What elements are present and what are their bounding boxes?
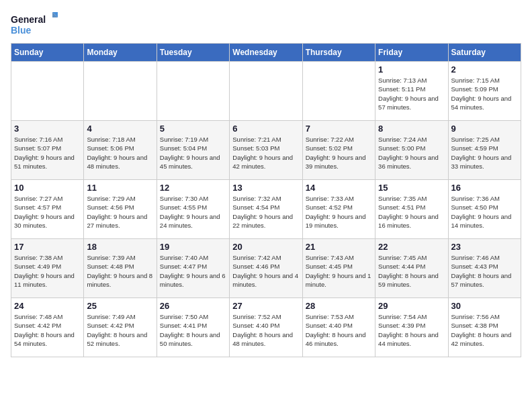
day-cell (11, 62, 84, 121)
day-number: 25 (87, 301, 153, 311)
day-number: 26 (160, 301, 226, 311)
week-row-5: 24Sunrise: 7:48 AM Sunset: 4:42 PM Dayli… (11, 298, 521, 357)
day-info: Sunrise: 7:40 AM Sunset: 4:47 PM Dayligh… (160, 253, 226, 289)
day-info: Sunrise: 7:38 AM Sunset: 4:49 PM Dayligh… (14, 253, 81, 289)
day-number: 9 (451, 124, 518, 134)
day-number: 22 (378, 242, 445, 252)
day-number: 20 (232, 242, 299, 252)
day-cell: 29Sunrise: 7:54 AM Sunset: 4:39 PM Dayli… (375, 298, 448, 357)
page-header: General Blue (11, 11, 521, 38)
day-info: Sunrise: 7:16 AM Sunset: 5:07 PM Dayligh… (14, 135, 81, 171)
day-info: Sunrise: 7:50 AM Sunset: 4:41 PM Dayligh… (160, 312, 226, 348)
week-row-1: 1Sunrise: 7:13 AM Sunset: 5:11 PM Daylig… (11, 62, 521, 121)
day-info: Sunrise: 7:25 AM Sunset: 4:59 PM Dayligh… (451, 135, 518, 171)
day-number: 1 (378, 64, 445, 75)
day-cell: 30Sunrise: 7:56 AM Sunset: 4:38 PM Dayli… (448, 298, 521, 357)
day-number: 17 (14, 242, 81, 252)
day-info: Sunrise: 7:54 AM Sunset: 4:39 PM Dayligh… (378, 312, 445, 348)
day-info: Sunrise: 7:53 AM Sunset: 4:40 PM Dayligh… (306, 312, 372, 348)
day-info: Sunrise: 7:32 AM Sunset: 4:54 PM Dayligh… (232, 194, 299, 230)
day-cell: 21Sunrise: 7:43 AM Sunset: 4:45 PM Dayli… (302, 239, 375, 298)
day-info: Sunrise: 7:46 AM Sunset: 4:43 PM Dayligh… (451, 253, 518, 289)
logo: General Blue (11, 11, 58, 38)
week-row-3: 10Sunrise: 7:27 AM Sunset: 4:57 PM Dayli… (11, 180, 521, 239)
day-number: 12 (160, 183, 226, 193)
day-cell: 15Sunrise: 7:35 AM Sunset: 4:51 PM Dayli… (375, 180, 448, 239)
day-number: 11 (87, 183, 153, 193)
day-cell: 19Sunrise: 7:40 AM Sunset: 4:47 PM Dayli… (157, 239, 229, 298)
day-number: 24 (14, 301, 81, 311)
day-info: Sunrise: 7:42 AM Sunset: 4:46 PM Dayligh… (232, 253, 299, 289)
day-cell: 28Sunrise: 7:53 AM Sunset: 4:40 PM Dayli… (302, 298, 375, 357)
day-cell: 26Sunrise: 7:50 AM Sunset: 4:41 PM Dayli… (157, 298, 229, 357)
day-info: Sunrise: 7:30 AM Sunset: 4:55 PM Dayligh… (160, 194, 226, 230)
day-info: Sunrise: 7:21 AM Sunset: 5:03 PM Dayligh… (232, 135, 299, 171)
day-info: Sunrise: 7:43 AM Sunset: 4:45 PM Dayligh… (306, 253, 372, 289)
week-row-2: 3Sunrise: 7:16 AM Sunset: 5:07 PM Daylig… (11, 121, 521, 180)
day-cell: 17Sunrise: 7:38 AM Sunset: 4:49 PM Dayli… (11, 239, 84, 298)
day-info: Sunrise: 7:27 AM Sunset: 4:57 PM Dayligh… (14, 194, 81, 230)
day-info: Sunrise: 7:13 AM Sunset: 5:11 PM Dayligh… (378, 76, 445, 111)
day-number: 15 (378, 183, 445, 193)
day-number: 5 (160, 124, 226, 134)
day-number: 7 (306, 124, 372, 134)
day-cell: 9Sunrise: 7:25 AM Sunset: 4:59 PM Daylig… (448, 121, 521, 180)
day-info: Sunrise: 7:18 AM Sunset: 5:06 PM Dayligh… (87, 135, 153, 171)
day-cell: 27Sunrise: 7:52 AM Sunset: 4:40 PM Dayli… (230, 298, 302, 357)
day-info: Sunrise: 7:36 AM Sunset: 4:50 PM Dayligh… (451, 194, 518, 230)
day-number: 8 (378, 124, 445, 134)
day-number: 13 (232, 183, 299, 193)
day-number: 6 (232, 124, 299, 134)
day-cell: 12Sunrise: 7:30 AM Sunset: 4:55 PM Dayli… (157, 180, 229, 239)
day-cell: 24Sunrise: 7:48 AM Sunset: 4:42 PM Dayli… (11, 298, 84, 357)
day-number: 23 (451, 242, 518, 252)
day-info: Sunrise: 7:29 AM Sunset: 4:56 PM Dayligh… (87, 194, 153, 230)
day-number: 2 (451, 64, 518, 75)
day-info: Sunrise: 7:15 AM Sunset: 5:09 PM Dayligh… (451, 76, 518, 111)
logo-svg: General Blue (11, 11, 58, 38)
svg-text:Blue: Blue (11, 25, 32, 36)
day-cell: 14Sunrise: 7:33 AM Sunset: 4:52 PM Dayli… (302, 180, 375, 239)
day-cell: 13Sunrise: 7:32 AM Sunset: 4:54 PM Dayli… (230, 180, 302, 239)
header-wednesday: Wednesday (230, 44, 302, 62)
day-info: Sunrise: 7:56 AM Sunset: 4:38 PM Dayligh… (451, 312, 518, 348)
day-info: Sunrise: 7:52 AM Sunset: 4:40 PM Dayligh… (232, 312, 299, 348)
day-number: 28 (306, 301, 372, 311)
day-cell: 7Sunrise: 7:22 AM Sunset: 5:02 PM Daylig… (302, 121, 375, 180)
day-cell: 25Sunrise: 7:49 AM Sunset: 4:42 PM Dayli… (84, 298, 157, 357)
day-number: 27 (232, 301, 299, 311)
day-info: Sunrise: 7:22 AM Sunset: 5:02 PM Dayligh… (306, 135, 372, 171)
header-friday: Friday (375, 44, 448, 62)
calendar-header-row: SundayMondayTuesdayWednesdayThursdayFrid… (11, 44, 521, 62)
day-cell (84, 62, 157, 121)
day-cell: 18Sunrise: 7:39 AM Sunset: 4:48 PM Dayli… (84, 239, 157, 298)
day-number: 29 (378, 301, 445, 311)
day-cell: 6Sunrise: 7:21 AM Sunset: 5:03 PM Daylig… (230, 121, 302, 180)
day-info: Sunrise: 7:24 AM Sunset: 5:00 PM Dayligh… (378, 135, 445, 171)
day-number: 18 (87, 242, 153, 252)
week-row-4: 17Sunrise: 7:38 AM Sunset: 4:49 PM Dayli… (11, 239, 521, 298)
day-info: Sunrise: 7:19 AM Sunset: 5:04 PM Dayligh… (160, 135, 226, 171)
day-cell: 20Sunrise: 7:42 AM Sunset: 4:46 PM Dayli… (230, 239, 302, 298)
header-tuesday: Tuesday (157, 44, 229, 62)
day-cell (302, 62, 375, 121)
day-cell (230, 62, 302, 121)
day-number: 21 (306, 242, 372, 252)
calendar-table: SundayMondayTuesdayWednesdayThursdayFrid… (11, 43, 521, 357)
day-cell: 8Sunrise: 7:24 AM Sunset: 5:00 PM Daylig… (375, 121, 448, 180)
day-number: 4 (87, 124, 153, 134)
day-number: 10 (14, 183, 81, 193)
day-cell: 22Sunrise: 7:45 AM Sunset: 4:44 PM Dayli… (375, 239, 448, 298)
day-cell: 5Sunrise: 7:19 AM Sunset: 5:04 PM Daylig… (157, 121, 229, 180)
day-cell: 11Sunrise: 7:29 AM Sunset: 4:56 PM Dayli… (84, 180, 157, 239)
day-info: Sunrise: 7:33 AM Sunset: 4:52 PM Dayligh… (306, 194, 372, 230)
day-number: 19 (160, 242, 226, 252)
day-cell: 10Sunrise: 7:27 AM Sunset: 4:57 PM Dayli… (11, 180, 84, 239)
header-monday: Monday (84, 44, 157, 62)
header-thursday: Thursday (302, 44, 375, 62)
day-number: 3 (14, 124, 81, 134)
day-number: 16 (451, 183, 518, 193)
day-cell: 16Sunrise: 7:36 AM Sunset: 4:50 PM Dayli… (448, 180, 521, 239)
header-sunday: Sunday (11, 44, 84, 62)
day-cell: 23Sunrise: 7:46 AM Sunset: 4:43 PM Dayli… (448, 239, 521, 298)
